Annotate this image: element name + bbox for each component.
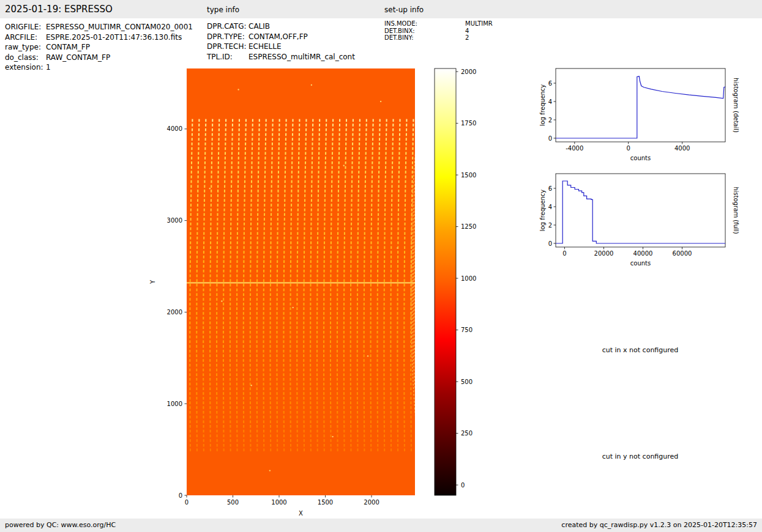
- histogram-detail-plot: -4000040000246countslog frequencyhistogr…: [539, 61, 747, 168]
- svg-text:0: 0: [562, 250, 566, 257]
- svg-text:40000: 40000: [633, 250, 653, 257]
- meta-label: ARCFILE:: [5, 32, 46, 43]
- meta-row-det-biny: DET.BINY: 2: [384, 34, 493, 42]
- footer-bar: powered by QC: www.eso.org/HC created by…: [0, 519, 762, 532]
- svg-text:500: 500: [227, 499, 239, 506]
- svg-text:4000: 4000: [674, 145, 690, 152]
- svg-text:4: 4: [548, 98, 552, 105]
- meta-value: CALIB: [248, 21, 270, 32]
- footer-created-by: created by qc_rawdisp.py v1.2.3 on 2025-…: [561, 521, 757, 529]
- meta-row-ins-mode: INS.MODE: MULTIMR: [384, 20, 493, 28]
- meta-row-tpl-id: TPL.ID: ESPRESSO_multiMR_cal_cont: [207, 52, 355, 62]
- svg-text:log frequency: log frequency: [539, 84, 546, 127]
- svg-text:0: 0: [179, 492, 182, 499]
- svg-text:1000: 1000: [167, 401, 182, 407]
- colorbar: 025050075010001250150017502000: [428, 61, 502, 532]
- meta-label: INS.MODE:: [384, 20, 465, 28]
- meta-value: MULTIMR: [465, 20, 493, 28]
- meta-label: DPR.TYPE:: [207, 32, 248, 42]
- type-info-block: DPR.CATG: CALIB DPR.TYPE: CONTAM,OFF,FP …: [207, 21, 355, 62]
- svg-text:1000: 1000: [271, 499, 286, 506]
- meta-row-dpr-tech: DPR.TECH: ECHELLE: [207, 42, 355, 52]
- meta-row-raw-type: raw_type: CONTAM_FP: [5, 42, 193, 53]
- svg-text:1500: 1500: [461, 172, 476, 179]
- meta-row-dpr-type: DPR.TYPE: CONTAM,OFF,FP: [207, 32, 355, 42]
- svg-text:0: 0: [461, 482, 465, 489]
- meta-value: CONTAM,OFF,FP: [248, 32, 308, 42]
- svg-text:250: 250: [461, 430, 473, 437]
- meta-label: DPR.TECH:: [207, 42, 248, 52]
- meta-label: DPR.CATG:: [207, 21, 248, 32]
- svg-text:2: 2: [548, 117, 552, 124]
- meta-label: TPL.ID:: [207, 52, 248, 62]
- svg-text:1000: 1000: [461, 275, 476, 282]
- svg-text:Y: Y: [149, 279, 156, 284]
- svg-text:60000: 60000: [673, 250, 692, 257]
- meta-value: CONTAM_FP: [46, 42, 90, 53]
- svg-text:histogram (full): histogram (full): [733, 187, 739, 234]
- svg-text:20000: 20000: [594, 250, 614, 257]
- meta-label: extension:: [5, 62, 46, 73]
- meta-row-det-binx: DET.BINX: 4: [384, 28, 493, 35]
- svg-text:X: X: [299, 510, 303, 517]
- meta-value: RAW_CONTAM_FP: [46, 53, 110, 63]
- svg-text:500: 500: [461, 379, 473, 385]
- svg-text:6: 6: [548, 185, 552, 192]
- meta-row-origfile: ORIGFILE: ESPRESSO_MULTIMR_CONTAM020_000…: [5, 22, 193, 32]
- setup-info-block: INS.MODE: MULTIMR DET.BINX: 4 DET.BINY: …: [384, 20, 493, 42]
- meta-label: ORIGFILE:: [5, 22, 46, 32]
- setup-info-heading: set-up info: [384, 6, 424, 14]
- svg-text:4000: 4000: [167, 125, 182, 132]
- meta-value: ESPRESSO_MULTIMR_CONTAM020_0001: [46, 22, 193, 32]
- page-title: 2025-01-19: ESPRESSO: [5, 4, 113, 15]
- svg-text:2000: 2000: [364, 499, 379, 506]
- cut-y-note: cut in y not configured: [602, 453, 679, 460]
- footer-powered-by: powered by QC: www.eso.org/HC: [5, 521, 116, 529]
- meta-label: raw_type:: [5, 42, 46, 53]
- svg-text:histogram (detail): histogram (detail): [733, 78, 739, 133]
- svg-text:4: 4: [548, 204, 552, 210]
- meta-label: DET.BINY:: [384, 34, 465, 42]
- svg-text:counts: counts: [630, 155, 651, 161]
- svg-text:3000: 3000: [167, 217, 182, 224]
- meta-value: ESPRESSO_multiMR_cal_cont: [248, 52, 355, 62]
- cut-x-note: cut in x not configured: [602, 346, 679, 354]
- svg-text:2000: 2000: [167, 309, 182, 316]
- svg-text:1750: 1750: [461, 120, 476, 127]
- svg-text:0: 0: [185, 499, 189, 506]
- meta-value: 4: [465, 28, 469, 35]
- svg-text:750: 750: [461, 327, 473, 333]
- svg-text:2000: 2000: [461, 68, 476, 75]
- top-bar: 2025-01-19: ESPRESSO type info set-up in…: [0, 0, 762, 18]
- meta-label: do_class:: [5, 53, 46, 63]
- qc-report-page: 2025-01-19: ESPRESSO type info set-up in…: [0, 0, 762, 532]
- svg-text:0: 0: [548, 135, 552, 142]
- svg-text:6: 6: [548, 80, 552, 87]
- svg-text:2: 2: [548, 222, 552, 229]
- meta-value: 1: [46, 62, 51, 73]
- svg-text:0: 0: [548, 240, 552, 247]
- meta-value: ESPRE.2025-01-20T11:47:36.130.fits: [46, 32, 182, 43]
- svg-text:0: 0: [627, 145, 630, 152]
- histogram-full-plot: 02000040000600000246countslog frequencyh…: [539, 166, 747, 273]
- svg-text:1250: 1250: [461, 223, 476, 230]
- raw-image-plot: 050010001500200001000200030004000XY: [147, 61, 453, 532]
- meta-value: ECHELLE: [248, 42, 282, 52]
- meta-value: 2: [465, 34, 469, 42]
- meta-row-dpr-catg: DPR.CATG: CALIB: [207, 21, 355, 32]
- meta-label: DET.BINX:: [384, 28, 465, 35]
- svg-text:log frequency: log frequency: [539, 190, 546, 232]
- svg-text:-4000: -4000: [566, 145, 583, 152]
- meta-row-arcfile: ARCFILE: ESPRE.2025-01-20T11:47:36.130.f…: [5, 32, 193, 43]
- type-info-heading: type info: [207, 6, 239, 14]
- svg-text:counts: counts: [630, 260, 651, 267]
- svg-text:1500: 1500: [318, 499, 333, 506]
